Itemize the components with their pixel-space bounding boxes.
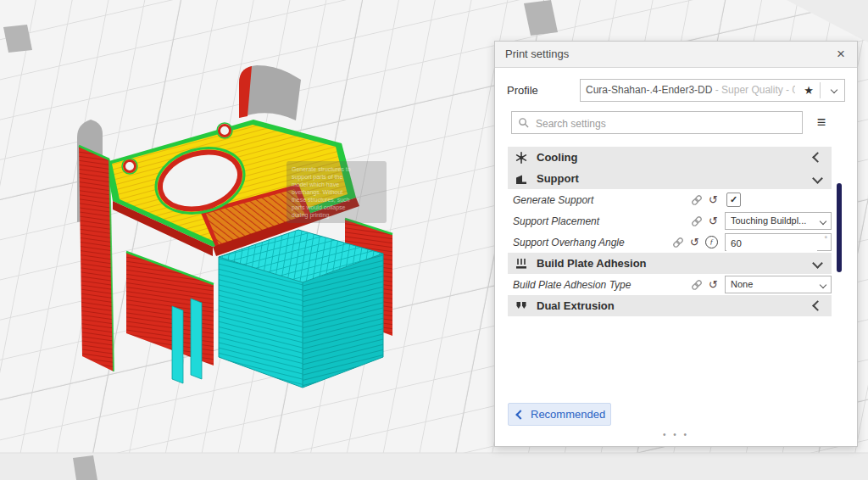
panel-title: Print settings — [505, 42, 569, 67]
panel-resize-handle[interactable]: • • • — [495, 430, 857, 439]
link-icon[interactable] — [691, 194, 703, 206]
print-settings-panel: Print settings × Profile Cura-Shahan-.4-… — [494, 41, 858, 447]
build-plate-adhesion-type-select[interactable]: None — [725, 276, 832, 293]
cooling-fan-icon — [515, 151, 528, 165]
link-icon[interactable] — [691, 215, 703, 227]
profile-dropdown[interactable]: Cura-Shahan-.4-Ender3-DD - Super Quality… — [580, 79, 845, 102]
setting-generate-support: Generate Support ↺ ✓ — [508, 189, 832, 210]
chevron-down-icon — [820, 218, 826, 225]
chevron-left-icon — [812, 152, 823, 163]
support-tower — [172, 306, 183, 383]
category-dual-extrusion[interactable]: Dual Extrusion — [508, 295, 832, 316]
revert-icon[interactable]: ↺ — [709, 279, 718, 291]
search-input[interactable] — [534, 113, 798, 134]
setting-label: Build Plate Adhesion Type — [513, 279, 691, 291]
category-label: Build Plate Adhesion — [537, 257, 814, 270]
degree-unit: ° — [824, 235, 827, 243]
settings-menu-icon[interactable]: ≡ — [812, 111, 831, 134]
setting-label: Generate Support — [513, 194, 691, 206]
revert-icon[interactable]: ↺ — [690, 237, 699, 248]
link-icon[interactable] — [672, 237, 684, 248]
chevron-down-icon — [820, 282, 826, 288]
settings-list: Cooling Support Generate Support ↺ — [508, 147, 832, 316]
category-label: Dual Extrusion — [537, 299, 814, 312]
close-icon[interactable]: × — [832, 42, 850, 66]
setting-label: Support Placement — [513, 215, 691, 227]
generate-support-checkbox[interactable]: ✓ — [726, 193, 741, 207]
search-icon — [518, 117, 529, 128]
setting-support-placement: Support Placement ↺ Touching Buildpl... — [508, 210, 832, 232]
build-plate-adhesion-icon — [515, 257, 528, 271]
chevron-down-icon — [812, 173, 823, 184]
chevron-left-icon — [515, 410, 525, 419]
support-tower — [191, 299, 202, 379]
setting-label: Support Overhang Angle — [513, 237, 672, 248]
category-cooling[interactable]: Cooling — [508, 147, 832, 168]
support-icon — [515, 172, 528, 186]
support-placement-select[interactable]: Touching Buildpl... — [725, 212, 832, 230]
dual-extrusion-icon — [515, 299, 528, 313]
profile-label: Profile — [507, 79, 538, 102]
category-support[interactable]: Support — [508, 168, 832, 189]
settings-scrollbar[interactable] — [837, 183, 842, 272]
revert-icon[interactable]: ↺ — [709, 215, 718, 227]
category-label: Support — [537, 172, 814, 185]
divider — [820, 82, 821, 98]
revert-icon[interactable]: ↺ — [709, 194, 718, 206]
chevron-left-icon — [812, 300, 823, 311]
support-block — [219, 230, 383, 388]
support-overhang-angle-box: ° — [725, 233, 832, 251]
support-overhang-angle-input[interactable] — [726, 235, 817, 251]
setting-support-overhang-angle: Support Overhang Angle ↺ ƒ ° — [508, 232, 832, 253]
search-settings-box[interactable] — [511, 111, 803, 134]
star-icon[interactable]: ★ — [804, 80, 814, 101]
calculated-value-icon[interactable]: ƒ — [705, 236, 718, 248]
category-label: Cooling — [537, 151, 814, 164]
recommended-button[interactable]: Recommended — [508, 403, 611, 426]
chevron-down-icon — [831, 87, 837, 93]
panel-header: Print settings × — [495, 42, 857, 68]
profile-value: Cura-Shahan-.4-Ender3-DD - Super Quality… — [586, 80, 795, 101]
setting-build-plate-adhesion-type: Build Plate Adhesion Type ↺ None — [508, 274, 832, 295]
chevron-down-icon — [812, 258, 823, 269]
category-build-plate-adhesion[interactable]: Build Plate Adhesion — [508, 253, 832, 274]
cura-window: Generate structures to support parts of … — [0, 0, 868, 480]
link-icon[interactable] — [691, 279, 703, 291]
left-wall — [79, 146, 114, 371]
